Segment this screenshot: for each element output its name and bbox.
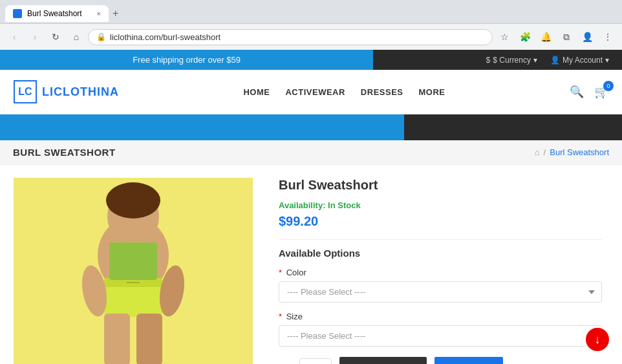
cart-badge: 0	[603, 81, 614, 91]
currency-selector[interactable]: $ $ Currency ▾	[486, 56, 537, 65]
page-wrapper: Free shipping order over $59 $ $ Currenc…	[0, 50, 622, 364]
breadcrumb-separator: /	[544, 147, 546, 157]
account-icon: 👤	[550, 56, 560, 65]
logo-letter: LC	[18, 86, 32, 98]
currency-chevron: ▾	[533, 56, 537, 65]
svg-rect-5	[104, 314, 130, 364]
nav-home[interactable]: HOME	[243, 87, 270, 97]
address-bar[interactable]: 🔒 liclothina.com/burl-sweatshort	[88, 29, 493, 45]
qty-input[interactable]	[299, 358, 332, 365]
browser-chrome: Burl Sweatshort × + ‹ › ↻ ⌂ 🔒 liclothina…	[0, 0, 622, 50]
forward-button[interactable]: ›	[26, 28, 44, 46]
new-tab-button[interactable]: +	[109, 4, 122, 23]
site-header: LC LICLOTHINA HOME ACTIVEWEAR DRESSES MO…	[0, 70, 622, 114]
nav-dresses[interactable]: DRESSES	[361, 87, 403, 97]
separator	[279, 239, 602, 240]
size-label: * Size	[279, 312, 602, 321]
account-selector[interactable]: 👤 My Account ▾	[550, 56, 609, 65]
home-icon: ⌂	[535, 147, 540, 157]
page-title: BURL SWEATSHORT	[13, 147, 116, 158]
svg-rect-6	[136, 314, 162, 364]
home-button[interactable]: ⌂	[67, 28, 85, 46]
color-label-text: Color	[286, 268, 306, 277]
menu-button[interactable]: ⋮	[599, 28, 617, 46]
product-price: $99.20	[279, 214, 602, 229]
accent-bar	[0, 114, 622, 140]
floating-icon: ↓	[595, 333, 601, 347]
browser-tab[interactable]: Burl Sweatshort ×	[5, 5, 109, 22]
add-to-cart-button[interactable]: ADD TO CART	[339, 357, 427, 364]
account-chevron: ▾	[605, 56, 609, 65]
promo-right: $ $ Currency ▾ 👤 My Account ▾	[373, 50, 622, 70]
product-area: Burl Sweatshort Availability: In Stock $…	[1, 165, 621, 364]
breadcrumb-home-link[interactable]: ⌂	[535, 147, 540, 157]
tab-title: Burl Sweatshort	[27, 9, 82, 18]
product-svg	[14, 178, 253, 364]
main-nav: HOME ACTIVEWEAR DRESSES MORE	[243, 87, 445, 97]
profile-button[interactable]: 👤	[578, 28, 596, 46]
search-icon: 🔍	[570, 85, 584, 98]
refresh-button[interactable]: ↻	[47, 28, 65, 46]
svg-point-10	[106, 182, 160, 219]
product-image	[14, 178, 253, 364]
product-image-wrapper	[14, 178, 253, 364]
extension-puzzle-button[interactable]: 🧩	[516, 28, 534, 46]
promo-text: Free shipping order over $59	[0, 50, 373, 70]
logo-text: LICLOTHINA	[42, 85, 119, 99]
size-select[interactable]: ---- Please Select ----	[279, 325, 602, 347]
tab-close-btn[interactable]: ×	[97, 10, 101, 17]
floating-action-button[interactable]: ↓	[586, 328, 609, 351]
currency-label: $ Currency	[493, 56, 531, 65]
search-button[interactable]: 🔍	[570, 85, 584, 99]
back-button[interactable]: ‹	[5, 28, 23, 46]
options-title: Available Options	[279, 248, 602, 259]
color-required-marker: *	[279, 268, 282, 277]
url-text: liclothina.com/burl-sweatshort	[110, 32, 220, 42]
color-label: * Color	[279, 268, 602, 277]
size-required-marker: *	[279, 312, 282, 321]
size-field-group: * Size ---- Please Select ----	[279, 312, 602, 347]
breadcrumb: ⌂ / Burl Sweatshort	[535, 147, 609, 157]
logo-icon: LC	[14, 80, 37, 103]
toolbar-icons: ☆ 🧩 🔔 ⧉ 👤 ⋮	[495, 28, 617, 46]
product-name: Burl Sweatshort	[279, 178, 602, 193]
product-details: Burl Sweatshort Availability: In Stock $…	[272, 178, 608, 364]
breadcrumb-bar: BURL SWEATSHORT ⌂ / Burl Sweatshort	[0, 140, 622, 165]
nav-activewear[interactable]: ACTIVEWEAR	[285, 87, 345, 97]
promo-bar: Free shipping order over $59 $ $ Currenc…	[0, 50, 622, 70]
tab-favicon	[13, 9, 22, 18]
availability-label: Availability:	[279, 200, 325, 210]
buy-now-button[interactable]: BUY NOW	[434, 357, 503, 364]
lock-icon: 🔒	[96, 32, 106, 41]
size-label-text: Size	[286, 312, 303, 321]
header-actions: 🔍 🛒 0	[570, 85, 608, 99]
currency-icon: $	[486, 56, 491, 65]
logo-link[interactable]: LC LICLOTHINA	[14, 80, 119, 103]
split-view-button[interactable]: ⧉	[557, 28, 575, 46]
browser-toolbar: ‹ › ↻ ⌂ 🔒 liclothina.com/burl-sweatshort…	[0, 23, 622, 50]
extension2-button[interactable]: 🔔	[537, 28, 555, 46]
account-label: My Account	[563, 56, 603, 65]
cart-button[interactable]: 🛒 0	[594, 85, 608, 99]
qty-row: Qty ADD TO CART BUY NOW	[279, 357, 602, 364]
bookmark-star-button[interactable]: ☆	[495, 28, 513, 46]
availability-value: In Stock	[328, 200, 361, 210]
availability: Availability: In Stock	[279, 200, 602, 210]
color-field-group: * Color ---- Please Select ----	[279, 268, 602, 303]
breadcrumb-current: Burl Sweatshort	[550, 147, 609, 157]
nav-more[interactable]: MORE	[419, 87, 445, 97]
svg-rect-11	[109, 242, 157, 280]
color-select[interactable]: ---- Please Select ----	[279, 281, 602, 303]
tab-bar: Burl Sweatshort × +	[0, 0, 622, 23]
header-inner: LC LICLOTHINA HOME ACTIVEWEAR DRESSES MO…	[1, 70, 621, 114]
